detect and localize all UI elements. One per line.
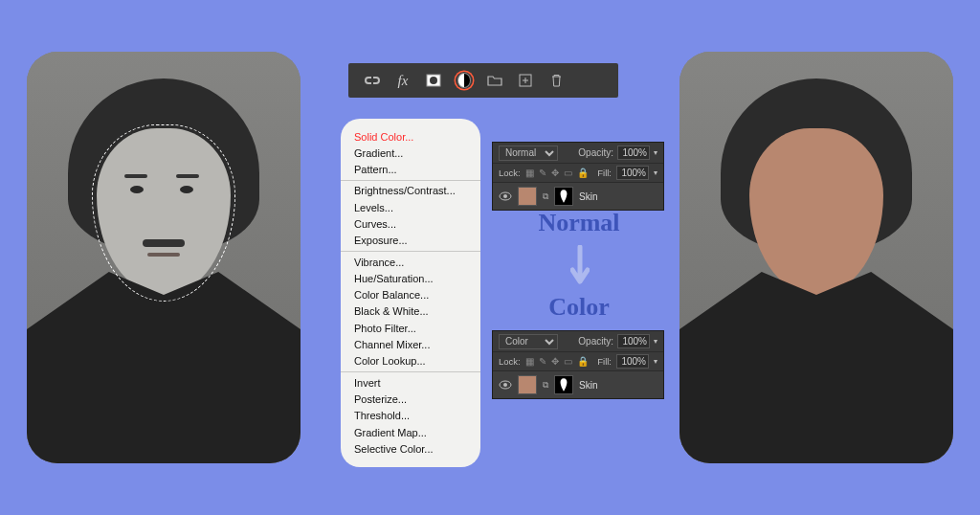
new-layer-icon[interactable]	[517, 72, 534, 89]
opacity-label: Opacity:	[578, 336, 613, 347]
visibility-toggle-icon[interactable]	[499, 190, 512, 203]
layer-color-thumbnail[interactable]	[518, 187, 537, 206]
face-shape	[97, 128, 231, 296]
layers-panel-normal: Normal Opacity: ▾ Lock: ▦ ✎ ✥ ▭ 🔒 Fill: …	[492, 142, 664, 211]
opacity-input[interactable]	[617, 146, 650, 160]
lock-artboard-icon[interactable]: ▭	[564, 168, 572, 178]
layer-link-icon[interactable]: ⧉	[543, 191, 548, 202]
layer-color-thumbnail[interactable]	[518, 375, 537, 394]
menu-item-curves[interactable]: Curves...	[341, 215, 480, 232]
layer-row[interactable]: ⧉ Skin	[493, 183, 663, 210]
blend-mode-select[interactable]: Color	[499, 334, 558, 349]
colorized-photo	[679, 52, 953, 463]
delete-icon[interactable]	[547, 72, 565, 89]
layer-row[interactable]: ⧉ Skin	[493, 371, 663, 398]
portrait	[679, 52, 953, 463]
eyebrow	[124, 174, 147, 178]
group-icon[interactable]	[486, 72, 503, 89]
moustache	[143, 239, 185, 247]
eye	[180, 186, 193, 193]
eye	[130, 186, 144, 193]
face-shape	[749, 128, 883, 296]
label-color: Color	[498, 293, 660, 322]
mouth	[147, 253, 180, 257]
arrow-down-icon	[570, 245, 590, 289]
visibility-toggle-icon[interactable]	[499, 378, 512, 392]
lock-pixels-icon[interactable]: ▦	[525, 168, 534, 178]
menu-item-exposure[interactable]: Exposure...	[341, 233, 480, 249]
layer-mask-thumbnail[interactable]	[554, 375, 573, 394]
menu-item-pattern[interactable]: Pattern...	[341, 162, 480, 178]
opacity-input[interactable]	[617, 334, 650, 348]
menu-item-black-white[interactable]: Black & White...	[341, 303, 480, 320]
fill-label: Fill:	[597, 168, 612, 178]
fill-label: Fill:	[597, 356, 612, 367]
menu-item-gradient-map[interactable]: Gradient Map...	[341, 424, 480, 440]
menu-item-threshold[interactable]: Threshold...	[341, 408, 480, 424]
menu-item-photo-filter[interactable]: Photo Filter...	[341, 320, 480, 336]
menu-item-hue-saturation[interactable]: Hue/Saturation...	[341, 270, 480, 286]
menu-item-brightness-contrast[interactable]: Brightness/Contrast...	[341, 183, 480, 199]
adjustment-layer-icon[interactable]	[456, 72, 473, 89]
lock-brush-icon[interactable]: ✎	[539, 356, 546, 367]
lock-position-icon[interactable]: ✥	[551, 356, 559, 367]
lock-label: Lock:	[499, 168, 521, 178]
menu-item-posterize[interactable]: Posterize...	[341, 391, 480, 407]
lock-position-icon[interactable]: ✥	[551, 168, 559, 178]
adjustment-layer-menu: Solid Color...Gradient...Pattern...Brigh…	[341, 119, 480, 467]
fill-input[interactable]	[616, 354, 649, 369]
layer-name[interactable]: Skin	[579, 380, 597, 391]
lock-all-icon[interactable]: 🔒	[577, 356, 589, 367]
lock-artboard-icon[interactable]: ▭	[564, 356, 572, 367]
mask-icon[interactable]	[425, 72, 442, 89]
svg-point-4	[503, 194, 507, 198]
menu-item-levels[interactable]: Levels...	[341, 199, 480, 215]
link-icon[interactable]	[364, 72, 381, 89]
eyebrow	[176, 174, 199, 178]
blend-mode-select[interactable]: Normal	[499, 146, 558, 161]
layer-mask-thumbnail[interactable]	[554, 187, 573, 206]
layer-link-icon[interactable]: ⧉	[543, 380, 548, 391]
lock-all-icon[interactable]: 🔒	[577, 168, 589, 178]
original-photo	[27, 52, 301, 463]
suit-shape	[679, 272, 953, 463]
label-normal: Normal	[498, 209, 660, 237]
suit-shape	[27, 272, 301, 463]
menu-item-selective-color[interactable]: Selective Color...	[341, 440, 480, 457]
layer-name[interactable]: Skin	[579, 191, 597, 202]
svg-point-1	[430, 77, 437, 84]
menu-item-invert[interactable]: Invert	[341, 374, 480, 391]
portrait	[27, 52, 301, 463]
menu-item-gradient[interactable]: Gradient...	[341, 145, 480, 161]
menu-item-channel-mixer[interactable]: Channel Mixer...	[341, 337, 480, 353]
menu-item-color-balance[interactable]: Color Balance...	[341, 287, 480, 303]
lock-label: Lock:	[499, 356, 521, 367]
svg-point-6	[503, 383, 507, 387]
layers-panel-color: Color Opacity: ▾ Lock: ▦ ✎ ✥ ▭ 🔒 Fill: ▾…	[492, 330, 664, 399]
menu-item-color-lookup[interactable]: Color Lookup...	[341, 353, 480, 369]
menu-item-solid-color[interactable]: Solid Color...	[341, 128, 480, 145]
layers-toolbar: fx	[348, 63, 618, 98]
opacity-label: Opacity:	[578, 147, 613, 158]
menu-item-vibrance[interactable]: Vibrance...	[341, 254, 480, 270]
lock-brush-icon[interactable]: ✎	[539, 168, 546, 178]
fill-input[interactable]	[616, 166, 649, 180]
lock-pixels-icon[interactable]: ▦	[525, 356, 534, 367]
fx-icon[interactable]: fx	[394, 72, 412, 89]
